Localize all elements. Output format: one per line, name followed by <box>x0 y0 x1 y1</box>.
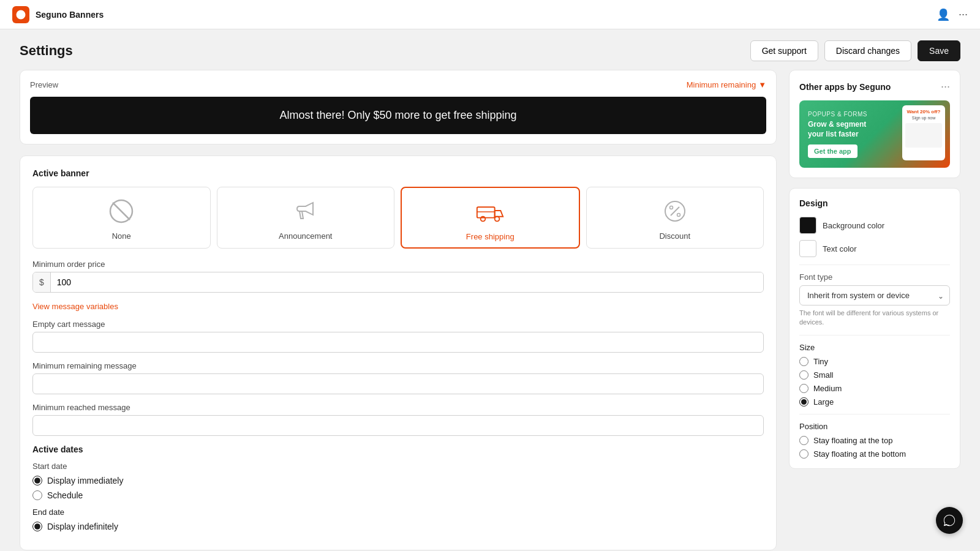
more-icon[interactable]: ··· <box>959 8 968 21</box>
active-dates-title: Active dates <box>32 444 764 454</box>
ad-heading: Grow & segment your list faster <box>808 120 869 139</box>
position-bottom-radio[interactable] <box>799 449 809 459</box>
divider-2 <box>799 335 950 335</box>
ad-small-text: POPUPS & FORMS <box>808 110 869 118</box>
background-color-swatch[interactable] <box>799 217 816 234</box>
background-color-label: Background color <box>823 221 884 230</box>
end-date-label: End date <box>32 508 764 517</box>
position-label: Position <box>799 422 950 431</box>
minimum-reached-message-group: Minimum reached message Congrats! Your o… <box>32 403 764 436</box>
preview-card: Preview Minimum remaining ▼ Almost there… <box>20 70 777 144</box>
display-indefinitely-option[interactable]: Display indefinitely <box>32 522 764 531</box>
main-layout: Preview Minimum remaining ▼ Almost there… <box>0 70 980 551</box>
banner-options: None Announcement <box>32 187 764 249</box>
position-bottom-label: Stay floating at the bottom <box>813 449 906 459</box>
ad-button[interactable]: Get the app <box>808 144 858 158</box>
position-bottom-option[interactable]: Stay floating at the bottom <box>799 449 950 459</box>
size-large-radio[interactable] <box>799 397 809 407</box>
schedule-radio[interactable] <box>32 490 42 500</box>
active-banner-card: Active banner None <box>20 156 777 550</box>
position-top-option[interactable]: Stay floating at the top <box>799 436 950 445</box>
font-type-select[interactable]: Inherit from system or device Sans-serif… <box>799 285 950 305</box>
size-small-option[interactable]: Small <box>799 370 950 380</box>
position-radio-group: Stay floating at the top Stay floating a… <box>799 436 950 459</box>
discard-changes-button[interactable]: Discard changes <box>824 40 911 61</box>
banner-option-discount[interactable]: Discount <box>586 187 764 249</box>
chat-bubble[interactable] <box>936 507 963 534</box>
divider-3 <box>799 414 950 414</box>
size-medium-option[interactable]: Medium <box>799 384 950 393</box>
minimum-remaining-message-input[interactable]: Almost there! Only ${remaining} more to … <box>32 373 764 394</box>
font-type-label: Font type <box>799 272 950 282</box>
page-title: Settings <box>20 43 73 59</box>
discount-label: Discount <box>659 231 690 241</box>
preview-header: Preview Minimum remaining ▼ <box>30 80 766 89</box>
free-shipping-icon <box>475 197 505 227</box>
font-type-select-wrapper: Inherit from system or device Sans-serif… <box>799 285 950 305</box>
ad-text: POPUPS & FORMS Grow & segment your list … <box>808 110 869 139</box>
font-note: The font will be different for various s… <box>799 309 950 328</box>
divider-1 <box>799 264 950 265</box>
free-shipping-label: Free shipping <box>466 232 514 241</box>
svg-point-0 <box>17 10 26 19</box>
display-immediately-label: Display immediately <box>47 476 123 485</box>
other-apps-card: Other apps by Seguno ··· POPUPS & FORMS … <box>789 70 960 178</box>
banner-option-none[interactable]: None <box>32 187 211 249</box>
start-date-radio-group: Display immediately Schedule <box>32 476 764 500</box>
chevron-down-icon: ▼ <box>758 80 766 89</box>
display-indefinitely-radio[interactable] <box>32 522 42 531</box>
view-message-variables-link[interactable]: View message variables <box>32 302 118 311</box>
size-large-option[interactable]: Large <box>799 397 950 407</box>
get-support-button[interactable]: Get support <box>750 40 818 61</box>
active-dates-section: Active dates Start date Display immediat… <box>32 444 764 531</box>
banner-option-free-shipping[interactable]: Free shipping <box>401 187 580 249</box>
preview-banner-text: Almost there! Only $50 more to get free … <box>279 109 516 121</box>
other-apps-title: Other apps by Seguno <box>799 82 891 92</box>
empty-cart-message-label: Empty cart message <box>32 320 764 329</box>
size-medium-label: Medium <box>813 384 842 393</box>
other-apps-more-icon[interactable]: ··· <box>941 80 950 93</box>
minimum-reached-message-input[interactable]: Congrats! Your order qualifies for free … <box>32 415 764 436</box>
text-color-swatch[interactable] <box>799 240 816 257</box>
design-title: Design <box>799 198 950 208</box>
minimum-remaining-message-group: Minimum remaining message Almost there! … <box>32 361 764 394</box>
position-top-label: Stay floating at the top <box>813 436 892 445</box>
empty-cart-message-input[interactable]: Free shipping on orders over ${minimum} <box>32 332 764 353</box>
save-button[interactable]: Save <box>918 40 960 61</box>
schedule-option[interactable]: Schedule <box>32 490 764 500</box>
size-small-radio[interactable] <box>799 370 809 380</box>
size-medium-radio[interactable] <box>799 384 809 393</box>
display-immediately-option[interactable]: Display immediately <box>32 476 764 485</box>
size-radio-group: Tiny Small Medium Large <box>799 357 950 407</box>
minimum-order-price-label: Minimum order price <box>32 260 764 269</box>
topnav: Seguno Banners 👤 ··· <box>0 0 980 29</box>
minimum-reached-message-label: Minimum reached message <box>32 403 764 412</box>
topnav-right: 👤 ··· <box>937 8 968 21</box>
text-color-row: Text color <box>799 240 950 257</box>
position-top-radio[interactable] <box>799 436 809 445</box>
svg-point-8 <box>677 214 680 217</box>
svg-line-2 <box>113 203 130 220</box>
preview-dropdown-label: Minimum remaining <box>687 80 756 89</box>
minimum-order-price-input-wrapper: $ <box>32 272 764 293</box>
size-tiny-option[interactable]: Tiny <box>799 357 950 366</box>
minimum-remaining-message-label: Minimum remaining message <box>32 361 764 370</box>
other-apps-image: POPUPS & FORMS Grow & segment your list … <box>799 100 950 168</box>
header-actions: Get support Discard changes Save <box>750 40 960 61</box>
left-col: Preview Minimum remaining ▼ Almost there… <box>20 70 777 550</box>
ad-overlay-subtext: Sign up now <box>912 116 936 121</box>
none-icon <box>106 196 137 227</box>
discount-icon <box>660 196 690 227</box>
preview-label: Preview <box>30 80 58 89</box>
svg-point-5 <box>495 217 500 222</box>
announcement-label: Announcement <box>279 231 332 241</box>
size-tiny-radio[interactable] <box>799 357 809 366</box>
preview-banner: Almost there! Only $50 more to get free … <box>30 97 766 134</box>
size-label: Size <box>799 343 950 352</box>
preview-dropdown[interactable]: Minimum remaining ▼ <box>687 80 766 89</box>
minimum-order-price-input[interactable] <box>51 272 763 292</box>
banner-option-announcement[interactable]: Announcement <box>217 187 395 249</box>
schedule-label: Schedule <box>47 490 83 500</box>
display-immediately-radio[interactable] <box>32 476 42 485</box>
user-icon[interactable]: 👤 <box>937 8 950 21</box>
